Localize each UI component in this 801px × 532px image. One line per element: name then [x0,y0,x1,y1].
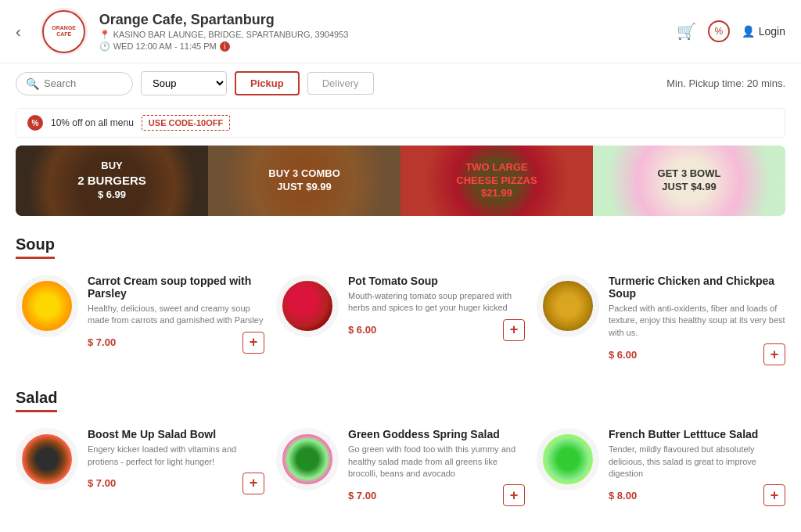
search-bar: 🔍 Soup Salad Burgers Pizza Pickup Delive… [0,63,801,103]
chickpea-soup-info: Turmeric Chicken and Chickpea Soup Packe… [609,275,785,365]
carrot-soup-footer: $ 7.00 + [88,332,264,354]
clock-icon: 🕐 [99,41,110,52]
restaurant-info: Orange Cafe, Spartanburg 📍 KASINO BAR LA… [99,12,665,52]
promo-text: 10% off on all menu [51,117,134,128]
promo-bar: % 10% off on all menu USE CODE-10OFF [16,108,785,138]
header: ‹ ORANGECAFE Orange Cafe, Spartanburg 📍 … [0,0,801,63]
salad-menu-grid: Boost Me Up Salad Bowl Engery kicker loa… [0,428,801,518]
chickpea-soup-image [537,275,599,337]
login-button[interactable]: 👤 Login [742,25,785,38]
butter-lettuce-img [537,428,599,491]
butter-lettuce-name: French Butter Letttuce Salad [609,428,785,440]
pin-icon: 📍 [99,30,110,40]
green-salad-img [276,428,339,491]
tomato-soup-desc: Mouth-watering tomato soup prepared with… [348,290,525,315]
butter-lettuce-desc: Tender, mildly flavoured but absolutely … [609,444,785,480]
banners: BUY 2 BURGERS $ 6.99 BUY 3 COMBO JUST $9… [16,146,785,216]
search-input[interactable] [44,77,123,89]
carrot-soup-desc: Healthy, delicious, sweet and creamy sou… [88,303,264,327]
menu-item: Boost Me Up Salad Bowl Engery kicker loa… [16,428,264,506]
soup-menu-grid: Carrot Cream soup topped with Parsley He… [0,275,801,377]
banner-pizza[interactable]: TWO LARGE CHEESE PIZZAS $21.99 [400,146,593,216]
back-button[interactable]: ‹ [16,23,21,41]
tomato-soup-footer: $ 6.00 + [348,319,525,341]
info-icon[interactable]: i [220,41,230,52]
search-input-wrap[interactable]: 🔍 [16,72,133,95]
menu-item: Green Goddess Spring Salad Go green with… [276,428,525,506]
green-salad-info: Green Goddess Spring Salad Go green with… [348,428,525,506]
salad-bowl-image [16,428,78,491]
category-select[interactable]: Soup Salad Burgers Pizza [141,71,227,95]
tomato-soup-image [276,275,339,337]
salad-bowl-price: $ 7.00 [88,477,116,489]
pickup-time: Min. Pickup time: 20 mins. [666,77,785,89]
carrot-soup-add-button[interactable]: + [242,332,264,354]
salad-section-title: Salad [16,389,57,412]
butter-lettuce-image [537,428,599,491]
tomato-soup-img [276,275,339,337]
restaurant-name: Orange Cafe, Spartanburg [99,12,665,28]
banner-combo[interactable]: BUY 3 COMBO JUST $9.99 [208,146,400,216]
tomato-soup-info: Pot Tomato Soup Mouth-watering tomato so… [348,275,525,341]
green-salad-name: Green Goddess Spring Salad [348,428,525,440]
carrot-soup-info: Carrot Cream soup topped with Parsley He… [88,275,264,354]
salad-bowl-img [16,428,78,491]
carrot-soup-image [16,275,78,337]
restaurant-address: 📍 KASINO BAR LAUNGE, BRIDGE, SPARTANBURG… [99,30,665,40]
login-label: Login [759,25,785,38]
menu-item: Pot Tomato Soup Mouth-watering tomato so… [276,275,525,365]
cart-icon[interactable]: 🛒 [677,22,696,41]
soup-section: Soup [0,224,801,275]
promo-code[interactable]: USE CODE-10OFF [142,115,230,131]
pickup-button[interactable]: Pickup [235,71,300,95]
tomato-soup-name: Pot Tomato Soup [348,275,525,287]
salad-bowl-add-button[interactable]: + [242,473,264,494]
banner-bowl[interactable]: GET 3 BOWL JUST $4.99 [593,146,785,216]
logo-text: ORANGECAFE [52,25,76,37]
butter-lettuce-price: $ 8.00 [609,490,637,501]
carrot-soup-img [16,275,78,337]
green-salad-desc: Go green with food too with this yummy a… [348,444,525,480]
delivery-button[interactable]: Delivery [307,72,374,95]
discount-icon[interactable]: % [708,20,730,42]
chickpea-soup-price: $ 6.00 [609,349,637,361]
salad-section: Salad [0,377,801,428]
green-salad-price: $ 7.00 [348,490,376,501]
banner-combo-text: BUY 3 COMBO JUST $9.99 [264,164,344,198]
chickpea-soup-img [537,275,599,337]
chickpea-soup-footer: $ 6.00 + [609,343,785,365]
chickpea-soup-desc: Packed with anti-oxidents, fiber and loa… [609,303,785,339]
green-salad-footer: $ 7.00 + [348,484,525,506]
chickpea-soup-name: Turmeric Chicken and Chickpea Soup [609,275,785,300]
carrot-soup-price: $ 7.00 [88,336,116,348]
salad-bowl-name: Boost Me Up Salad Bowl [88,428,264,440]
restaurant-logo: ORANGECAFE [41,8,88,55]
banner-burgers-text: BUY 2 BURGERS $ 6.99 [74,156,150,205]
banner-pizza-text: TWO LARGE CHEESE PIZZAS $21.99 [452,157,541,205]
green-salad-image [276,428,339,491]
carrot-soup-name: Carrot Cream soup topped with Parsley [88,275,264,300]
menu-item: French Butter Letttuce Salad Tender, mil… [537,428,785,506]
tomato-soup-add-button[interactable]: + [503,319,525,341]
salad-bowl-footer: $ 7.00 + [88,473,264,494]
chickpea-soup-add-button[interactable]: + [763,343,785,365]
banner-bowl-text: GET 3 BOWL JUST $4.99 [654,164,725,198]
butter-lettuce-footer: $ 8.00 + [609,484,785,506]
menu-item: Turmeric Chicken and Chickpea Soup Packe… [537,275,785,365]
user-icon: 👤 [742,25,755,38]
tomato-soup-price: $ 6.00 [348,324,376,336]
butter-lettuce-info: French Butter Letttuce Salad Tender, mil… [609,428,785,506]
salad-bowl-desc: Engery kicker loaded with vitamins and p… [88,444,264,468]
soup-section-title: Soup [16,235,55,259]
restaurant-hours: 🕐 WED 12:00 AM - 11:45 PM i [99,41,665,52]
nav-icons: 🛒 % 👤 Login [677,20,785,42]
promo-badge: % [27,115,43,131]
banner-burgers[interactable]: BUY 2 BURGERS $ 6.99 [16,146,208,216]
green-salad-add-button[interactable]: + [503,484,525,506]
butter-lettuce-add-button[interactable]: + [763,484,785,506]
menu-item: Carrot Cream soup topped with Parsley He… [16,275,264,365]
salad-bowl-info: Boost Me Up Salad Bowl Engery kicker loa… [88,428,264,494]
search-icon: 🔍 [26,77,39,90]
